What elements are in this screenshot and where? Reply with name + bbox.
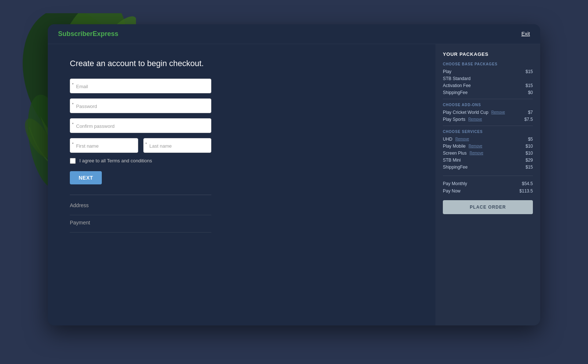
addon-sports: Play Sports Remove $7.5 [443,117,533,122]
payment-section[interactable]: Payment [70,217,211,228]
logo: SubscriberExpress [58,30,118,38]
confirm-password-input[interactable] [70,118,211,133]
addon-cricket-remove[interactable]: Remove [491,110,505,114]
content-area: Create an account to begin checkout. [48,44,435,325]
pkg-activation-name: Activation Fee [443,83,471,88]
name-group [70,138,413,153]
logo-accent: Express [93,30,118,37]
svc-mobile-remove[interactable]: Remove [469,144,482,148]
sidebar: YOUR PACKAGES CHOOSE BASE PACKAGES Play … [435,44,540,325]
svc-stbmini-name: STB Mini [443,158,461,163]
place-order-button[interactable]: PLACE ORDER [443,200,533,214]
pay-now-value: $113.5 [519,188,533,194]
sidebar-footer: Pay Monthly $54.5 Pay Now $113.5 PLACE O… [443,176,533,214]
svc-screenplus-price: $10 [526,151,533,156]
pkg-stb-standard: STB Standard [443,76,533,81]
exit-link[interactable]: Exit [521,31,530,37]
page-heading: Create an account to begin checkout. [70,59,413,68]
addon-sports-remove[interactable]: Remove [468,117,482,121]
svc-mobile: Play Mobile Remove $10 [443,144,533,149]
pkg-shipping-base: ShippingFee $0 [443,90,533,95]
svc-screenplus-name: Screen Plus [443,151,467,156]
pay-monthly-value: $54.5 [522,181,533,186]
pay-now-label: Pay Now [443,188,460,194]
pay-now-row: Pay Now $113.5 [443,188,533,194]
svc-uhd-name: UHD [443,137,452,142]
email-group [70,79,413,93]
svc-shipping-name: ShippingFee [443,165,467,170]
top-bar: SubscriberExpress Exit [48,24,540,44]
next-button[interactable]: NEXT [70,171,102,184]
pkg-stb-name: STB Standard [443,76,470,81]
pkg-shipping-base-price: $0 [528,90,533,95]
svc-screenplus: Screen Plus Remove $10 [443,151,533,156]
pay-monthly-label: Pay Monthly [443,181,467,186]
svc-shipping: ShippingFee $15 [443,165,533,170]
addon-cricket: Play Cricket World Cup Remove $7 [443,110,533,115]
pkg-play-price: $15 [526,69,533,74]
confirm-password-group [70,118,413,133]
addon-cricket-name: Play Cricket World Cup [443,110,488,115]
services-label: CHOOSE SERVICES [443,130,533,134]
svc-uhd-price: $5 [528,137,533,142]
svc-mobile-name: Play Mobile [443,144,466,149]
svc-shipping-price: $15 [526,165,533,170]
svc-stbmini: STB Mini $29 [443,158,533,163]
bottom-area [48,325,540,364]
section-line-2 [70,232,211,233]
pkg-shipping-base-name: ShippingFee [443,90,467,95]
pay-monthly-row: Pay Monthly $54.5 [443,181,533,186]
addon-sports-name: Play Sports [443,117,465,122]
svc-screenplus-remove[interactable]: Remove [470,151,483,155]
pkg-play: Play $15 [443,69,533,74]
addons-label: CHOOSE ADD-ONS [443,103,533,107]
pkg-play-name: Play [443,69,451,74]
addon-cricket-price: $7 [528,110,533,115]
sidebar-divider-2 [443,126,533,126]
svc-uhd-remove[interactable]: Remove [455,137,469,141]
terms-row: I agree to all Terms and conditions [70,158,413,164]
pkg-activation-price: $15 [526,83,533,88]
terms-checkbox[interactable] [70,158,76,164]
password-input[interactable] [70,98,211,113]
payment-label[interactable]: Payment [70,217,211,228]
first-name-input[interactable] [70,138,138,153]
terms-label[interactable]: I agree to all Terms and conditions [79,158,152,163]
last-name-input[interactable] [143,138,212,153]
sidebar-title: YOUR PACKAGES [443,51,533,57]
section-divider-1 [70,195,211,195]
addon-sports-price: $7.5 [524,117,533,122]
address-label[interactable]: Address [70,199,211,211]
address-section[interactable]: Address [70,199,211,211]
pkg-activation: Activation Fee $15 [443,83,533,88]
password-group [70,98,413,113]
svc-uhd: UHD Remove $5 [443,137,533,142]
base-packages-label: CHOOSE BASE PACKAGES [443,62,533,66]
sidebar-divider-1 [443,99,533,99]
logo-plain: Subscriber [58,30,93,37]
email-input[interactable] [70,79,211,93]
section-line-1 [70,215,211,215]
svc-mobile-price: $10 [526,144,533,149]
svc-stbmini-price: $29 [526,158,533,163]
